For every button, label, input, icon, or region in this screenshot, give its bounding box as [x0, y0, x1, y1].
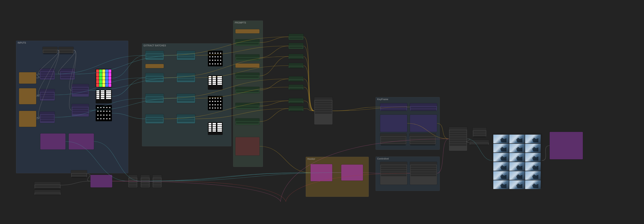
- node-header[interactable]: [236, 103, 260, 106]
- node-n_join[interactable]: [314, 97, 332, 124]
- node-n_hook_b[interactable]: [341, 165, 363, 181]
- node-header[interactable]: [236, 73, 260, 75]
- node-widget[interactable]: [72, 88, 88, 89]
- node-widget[interactable]: [35, 187, 60, 189]
- node-widget[interactable]: [410, 144, 435, 146]
- node-widget[interactable]: [40, 119, 54, 121]
- node-n_mid_t8[interactable]: [288, 106, 304, 111]
- node-n_mid_t5[interactable]: [288, 76, 304, 81]
- node-n_final[interactable]: [550, 132, 583, 159]
- node-n_prev_bw1[interactable]: [96, 90, 112, 103]
- node-widget[interactable]: [236, 90, 259, 92]
- node-widget[interactable]: [289, 67, 303, 68]
- node-widget[interactable]: [141, 181, 149, 182]
- node-n_kf_w1[interactable]: [380, 133, 406, 144]
- node-n_prev_color[interactable]: [96, 69, 112, 87]
- node-widget[interactable]: [153, 183, 161, 185]
- node-n_mid_t6[interactable]: [288, 85, 304, 90]
- node-widget[interactable]: [72, 92, 88, 94]
- node-n_out_small[interactable]: [470, 140, 489, 145]
- node-widget[interactable]: [178, 77, 194, 78]
- node-header[interactable]: [410, 162, 437, 165]
- node-header[interactable]: [146, 94, 164, 97]
- node-widget[interactable]: [72, 112, 88, 114]
- node-widget[interactable]: [59, 53, 73, 54]
- node-widget[interactable]: [236, 76, 259, 78]
- node-n_proc_b1[interactable]: [60, 69, 75, 80]
- node-header[interactable]: [380, 162, 407, 165]
- node-widget[interactable]: [381, 139, 406, 141]
- node-widget[interactable]: [72, 174, 86, 176]
- node-n_mid_t3[interactable]: [288, 54, 304, 59]
- node-widget[interactable]: [59, 50, 73, 52]
- output-thumbnail[interactable]: [509, 171, 525, 180]
- node-widget[interactable]: [141, 183, 149, 185]
- node-n_ex_prev2[interactable]: [208, 75, 222, 90]
- node-graph-canvas[interactable]: INPUTSEXTRACT BATCHESPROMPTSHookerKeyFra…: [0, 0, 644, 224]
- node-n_proc_a1[interactable]: [40, 69, 55, 80]
- node-widget[interactable]: [315, 105, 332, 107]
- node-n_mid_t7[interactable]: [288, 98, 304, 103]
- node-widget[interactable]: [450, 130, 466, 132]
- node-widget[interactable]: [470, 143, 488, 145]
- node-widget[interactable]: [381, 144, 406, 146]
- node-n_mask_src[interactable]: [19, 72, 36, 84]
- node-header[interactable]: [410, 103, 437, 106]
- node-n_proc_b3[interactable]: [72, 104, 89, 116]
- node-widget[interactable]: [129, 178, 137, 180]
- node-widget[interactable]: [411, 172, 436, 174]
- node-n_low_a[interactable]: [128, 175, 138, 187]
- node-n_prompt_1[interactable]: [236, 39, 260, 46]
- node-header[interactable]: [177, 114, 195, 117]
- node-header[interactable]: [177, 94, 195, 97]
- node-widget[interactable]: [40, 74, 54, 76]
- output-thumbnail[interactable]: [525, 135, 541, 143]
- node-n_kf_t2[interactable]: [410, 103, 437, 111]
- node-widget[interactable]: [289, 88, 303, 90]
- node-widget[interactable]: [40, 117, 54, 119]
- node-n_pool2[interactable]: [69, 133, 94, 149]
- node-widget[interactable]: [40, 95, 54, 97]
- node-widget[interactable]: [450, 135, 466, 137]
- node-widget[interactable]: [474, 135, 486, 137]
- output-thumbnail[interactable]: [493, 153, 509, 162]
- node-header[interactable]: [40, 69, 55, 71]
- node-n_ex_b4[interactable]: [177, 114, 195, 123]
- output-thumbnail[interactable]: [525, 162, 541, 171]
- node-widget[interactable]: [289, 57, 303, 59]
- node-header[interactable]: [152, 175, 162, 178]
- node-widget[interactable]: [410, 139, 435, 141]
- node-widget[interactable]: [153, 185, 161, 187]
- node-header[interactable]: [72, 84, 89, 87]
- node-n_bottom_3[interactable]: [71, 170, 87, 177]
- output-thumbnail[interactable]: [509, 162, 525, 171]
- node-widget[interactable]: [236, 122, 259, 124]
- node-header[interactable]: [314, 97, 332, 100]
- node-n_prompt_3[interactable]: [236, 73, 260, 79]
- node-n_mask_src2[interactable]: [19, 88, 36, 104]
- node-n_hook_a[interactable]: [310, 164, 332, 181]
- node-n_prompt_5[interactable]: [236, 103, 260, 109]
- node-n_mask_src3[interactable]: [19, 111, 36, 127]
- node-n_bottom_1[interactable]: [34, 182, 61, 189]
- node-widget[interactable]: [178, 97, 194, 99]
- node-widget[interactable]: [289, 80, 303, 82]
- node-widget[interactable]: [411, 170, 436, 172]
- output-thumbnail[interactable]: [493, 162, 509, 171]
- node-header[interactable]: [177, 51, 195, 53]
- node-header[interactable]: [60, 69, 75, 71]
- node-header[interactable]: [410, 133, 436, 136]
- node-widget[interactable]: [61, 72, 74, 74]
- node-header[interactable]: [146, 73, 164, 76]
- node-widget[interactable]: [410, 141, 435, 143]
- node-widget[interactable]: [153, 181, 161, 182]
- node-widget[interactable]: [381, 165, 406, 167]
- node-n_proc_a3[interactable]: [40, 112, 55, 123]
- node-n_top1[interactable]: [42, 47, 58, 53]
- node-widget[interactable]: [450, 132, 466, 134]
- node-n_ex_a1[interactable]: [146, 51, 164, 60]
- node-widget[interactable]: [129, 185, 137, 187]
- node-widget[interactable]: [381, 174, 406, 176]
- node-n_ex_a4[interactable]: [146, 94, 164, 103]
- node-n_proc_a2[interactable]: [40, 89, 55, 101]
